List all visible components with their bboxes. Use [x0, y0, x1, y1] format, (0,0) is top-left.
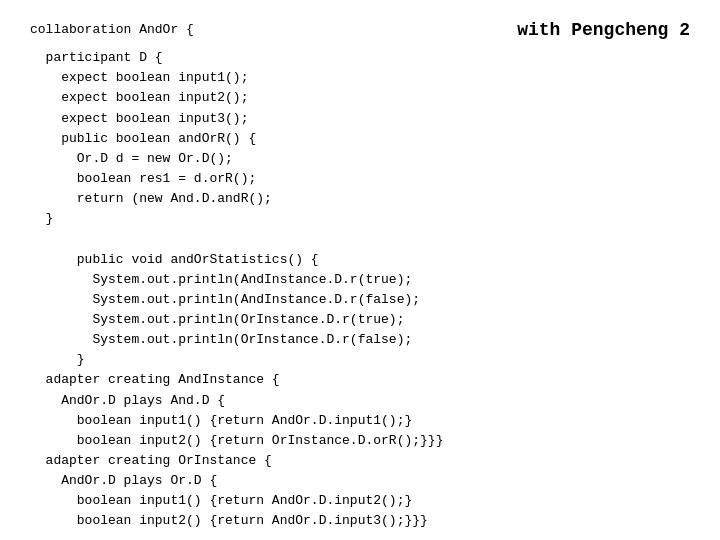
main-container: collaboration AndOr { with Pengcheng 2 p…	[0, 0, 720, 540]
page-title: with Pengcheng 2	[517, 20, 690, 40]
first-code-line: collaboration AndOr {	[30, 20, 194, 40]
code-content: participant D { expect boolean input1();…	[30, 48, 690, 451]
code-content-2: adapter creating OrInstance { AndOr.D pl…	[30, 451, 690, 532]
code-start: collaboration AndOr {	[30, 22, 194, 37]
header: collaboration AndOr { with Pengcheng 2	[30, 20, 690, 40]
code-section: participant D { expect boolean input1();…	[30, 48, 690, 531]
